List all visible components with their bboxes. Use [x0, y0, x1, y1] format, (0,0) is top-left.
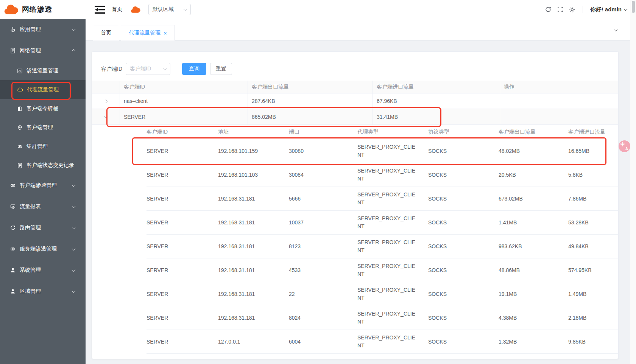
cell-port: 10037	[289, 211, 357, 234]
cell-proxy-type: SERVER_PROXY_CLIENT	[357, 258, 428, 282]
cell-in-traffic: 1.49MB	[568, 282, 618, 306]
cell-client-id: SERVER	[147, 211, 218, 234]
tab-home[interactable]: 首页	[93, 25, 119, 40]
collapse-sidebar-icon[interactable]	[95, 6, 105, 14]
brand-logo: 网络渗透	[0, 0, 86, 19]
client-id-select[interactable]: 客户端ID	[126, 63, 170, 75]
nested-header-row: 客户端ID 地址 端口 代理类型 协议类型 客户端出口流量 客户端进口流量	[147, 125, 618, 139]
table-column-header: 操作	[500, 81, 618, 93]
hand-pointer-icon	[10, 26, 16, 33]
sidebar-item-region-mgmt[interactable]: 区域管理	[0, 281, 86, 302]
cell-in-traffic: 574.95KB	[568, 258, 618, 282]
sidebar-subitem-client-status-log[interactable]: 客户端状态变更记录	[0, 156, 86, 175]
close-icon[interactable]: ×	[164, 30, 167, 36]
cell-client-id: SERVER	[147, 139, 218, 163]
chevron-down-icon	[72, 183, 76, 187]
sidebar-subitem-penetration-traffic[interactable]: 渗透流量管理	[0, 61, 86, 80]
cell-in-traffic: 2.18MB	[568, 306, 618, 330]
main-content: 客户端ID 客户端ID 查询 重置 客户端ID 客户端出口流量 客户端进口流量 …	[86, 40, 630, 364]
search-button[interactable]: 查询	[182, 63, 206, 75]
nested-table-row: SERVER 192.168.31.181 4533 SERVER_PROXY_…	[147, 258, 618, 282]
table-row-nas-client: nas–client 287.64KB 67.96KB	[92, 93, 618, 109]
sidebar-subitem-cluster-mgmt[interactable]: 集群管理	[0, 137, 86, 156]
sidebar: 应用管理 网络管理 渗透流量管理	[0, 19, 86, 364]
topbar-actions: 你好! admin	[545, 0, 627, 19]
cell-protocol-type: SOCKS	[428, 306, 499, 330]
cell-proxy-type: SERVER_PROXY_CLIENT	[357, 163, 428, 187]
tab-proxy-traffic[interactable]: 代理流量管理 ×	[121, 25, 175, 40]
chevron-down-icon	[72, 226, 76, 229]
sidebar-item-system-mgmt[interactable]: 系统管理	[0, 260, 86, 281]
user-icon	[10, 267, 16, 273]
cluster-rings-icon	[17, 144, 23, 149]
sidebar-item-app-mgmt[interactable]: 应用管理	[0, 19, 86, 40]
theme-sun-icon[interactable]	[569, 6, 575, 13]
translate-en-glyph: A	[625, 147, 628, 151]
cell-protocol-type: SOCKS	[428, 282, 499, 306]
sidebar-item-traffic-report[interactable]: 流量报表	[0, 196, 86, 217]
link-icon	[10, 246, 16, 252]
sidebar-item-server-penetration[interactable]: 服务端渗透管理	[0, 238, 86, 260]
cell-protocol-type: SOCKS	[428, 258, 499, 282]
region-select-value: 默认区域	[153, 6, 174, 13]
nested-table-row: SERVER 192.168.31.181 5666 SERVER_PROXY_…	[147, 187, 618, 211]
nested-table-row: SERVER 192.168.31.181 10037 SERVER_PROXY…	[147, 211, 618, 235]
region-select[interactable]: 默认区域	[148, 4, 191, 15]
cell-out-traffic: 48.86MB	[499, 258, 568, 282]
cell-client-id: SERVER	[147, 306, 218, 330]
chevron-down-icon	[72, 204, 76, 208]
cell-actions	[500, 93, 618, 109]
report-board-icon	[10, 204, 16, 210]
cell-address: 192.168.101.159	[218, 139, 289, 163]
cell-in-traffic: 7.86MB	[568, 187, 618, 210]
sidebar-item-route-mgmt[interactable]: 路由管理	[0, 217, 86, 238]
chevron-down-icon	[184, 7, 187, 11]
expand-cell[interactable]	[92, 93, 120, 109]
user-menu[interactable]: 你好! admin	[590, 6, 627, 13]
sidebar-subitem-client-mgmt[interactable]: 客户端管理	[0, 118, 86, 137]
nested-column-header: 地址	[218, 125, 289, 139]
cell-proxy-type: SERVER_PROXY_CLIENT	[357, 139, 428, 163]
cell-protocol-type: SOCKS	[428, 330, 499, 353]
page-scrollbar[interactable]	[630, 0, 636, 364]
chevron-down-icon	[72, 289, 76, 293]
nested-column-header: 客户端进口流量	[568, 125, 618, 139]
reset-button[interactable]: 重置	[210, 63, 232, 75]
cell-port: 22	[289, 282, 357, 306]
chevron-down-icon	[72, 247, 76, 250]
cell-proxy-type: SERVER_PROXY_CLIENT	[357, 306, 428, 330]
client-traffic-table: 客户端ID 客户端出口流量 客户端进口流量 操作 nas–client 287.…	[92, 81, 618, 125]
trend-chart-icon	[17, 68, 23, 74]
nested-column-header: 客户端ID	[147, 125, 218, 139]
nested-table-row: SERVER 192.168.101.159 30080 SERVER_PROX…	[147, 139, 618, 163]
scrollbar-thumb[interactable]	[632, 1, 635, 13]
cell-protocol-type: SOCKS	[428, 211, 499, 234]
server-detail-table: 客户端ID 地址 端口 代理类型 协议类型 客户端出口流量 客户端进口流量 SE…	[132, 125, 618, 354]
sidebar-item-client-penetration[interactable]: 客户端渗透管理	[0, 175, 86, 196]
sidebar-subitem-proxy-traffic[interactable]: 代理流量管理	[0, 80, 86, 99]
table-row-server: SERVER 865.02MB 31.41MB	[92, 109, 618, 125]
expand-right-icon[interactable]	[104, 99, 108, 103]
sidebar-subitem-token-bucket[interactable]: 客户端令牌桶	[0, 99, 86, 118]
collapse-down-icon[interactable]	[104, 114, 108, 118]
nested-table-row: SERVER 192.168.31.181 8123 SERVER_PROXY_…	[147, 235, 618, 258]
refresh-icon[interactable]	[545, 6, 552, 13]
cell-client-id: SERVER	[147, 187, 218, 210]
table-column-header: 客户端进口流量	[373, 81, 500, 93]
cell-address: 192.168.31.181	[218, 211, 289, 234]
brand-cloud-icon	[4, 4, 19, 15]
cell-actions	[500, 109, 618, 124]
cell-port: 8024	[289, 306, 357, 330]
cell-proxy-type: SERVER_PROXY_CLIENT	[357, 282, 428, 306]
tab-list-chevron-icon[interactable]	[614, 28, 618, 31]
translate-badge[interactable]: 中 A	[619, 140, 630, 152]
cell-in-traffic: 31.41MB	[373, 109, 500, 124]
cell-address: 192.168.31.181	[218, 282, 289, 306]
fullscreen-icon[interactable]	[557, 6, 563, 12]
sidebar-item-network-mgmt[interactable]: 网络管理	[0, 40, 86, 61]
expand-cell[interactable]	[92, 109, 120, 124]
breadcrumb-home[interactable]: 首页	[112, 6, 122, 13]
cell-in-traffic: 67.96KB	[373, 93, 500, 109]
client-id-placeholder: 客户端ID	[130, 65, 151, 72]
cell-out-traffic: 983.62KB	[499, 235, 568, 258]
